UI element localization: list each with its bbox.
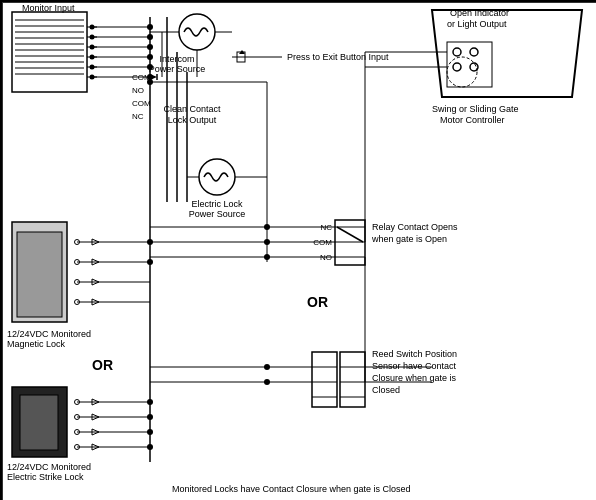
svg-text:NC: NC: [132, 112, 144, 121]
svg-text:12/24VDC Monitored: 12/24VDC Monitored: [7, 462, 91, 472]
svg-text:12/24VDC Monitored: 12/24VDC Monitored: [7, 329, 91, 339]
svg-text:Clean Contact: Clean Contact: [163, 104, 221, 114]
svg-text:Reed Switch Position: Reed Switch Position: [372, 349, 457, 359]
svg-text:Sensor have Contact: Sensor have Contact: [372, 361, 457, 371]
svg-point-156: [147, 44, 153, 50]
svg-text:COM: COM: [132, 99, 151, 108]
svg-point-155: [147, 34, 153, 40]
svg-text:Open Indicator: Open Indicator: [450, 8, 509, 18]
svg-rect-62: [17, 232, 62, 317]
svg-point-154: [147, 24, 153, 30]
svg-text:Electric Strike Lock: Electric Strike Lock: [7, 472, 84, 482]
svg-point-158: [147, 64, 153, 70]
svg-point-164: [147, 429, 153, 435]
svg-text:or Light Output: or Light Output: [447, 19, 507, 29]
svg-point-162: [147, 399, 153, 405]
svg-rect-79: [20, 395, 58, 450]
svg-point-163: [147, 414, 153, 420]
svg-point-130: [264, 364, 270, 370]
svg-point-165: [147, 444, 153, 450]
svg-point-159: [147, 74, 153, 80]
svg-text:Lock Output: Lock Output: [168, 115, 217, 125]
svg-point-157: [147, 54, 153, 60]
svg-text:Swing or Sliding Gate: Swing or Sliding Gate: [432, 104, 519, 114]
svg-text:Electric Lock: Electric Lock: [191, 199, 243, 209]
svg-text:Magnetic Lock: Magnetic Lock: [7, 339, 66, 349]
svg-point-160: [147, 239, 153, 245]
svg-text:Press to Exit Button Input: Press to Exit Button Input: [287, 52, 389, 62]
svg-point-161: [147, 259, 153, 265]
svg-text:Closed: Closed: [372, 385, 400, 395]
svg-text:when gate is Open: when gate is Open: [371, 234, 447, 244]
svg-text:OR: OR: [92, 357, 113, 373]
svg-text:NO: NO: [132, 86, 144, 95]
svg-text:Motor Controller: Motor Controller: [440, 115, 505, 125]
svg-text:Relay Contact Opens: Relay Contact Opens: [372, 222, 458, 232]
svg-text:OR: OR: [307, 294, 328, 310]
svg-point-131: [264, 379, 270, 385]
svg-point-133: [453, 48, 461, 56]
svg-text:Power Source: Power Source: [189, 209, 246, 219]
svg-text:Monitor Input: Monitor Input: [22, 3, 75, 13]
svg-point-134: [470, 48, 478, 56]
wiring-diagram: Monitor Input Intercom Power Source: [0, 0, 596, 500]
svg-text:Monitored Locks have Contact C: Monitored Locks have Contact Closure whe…: [172, 484, 411, 494]
